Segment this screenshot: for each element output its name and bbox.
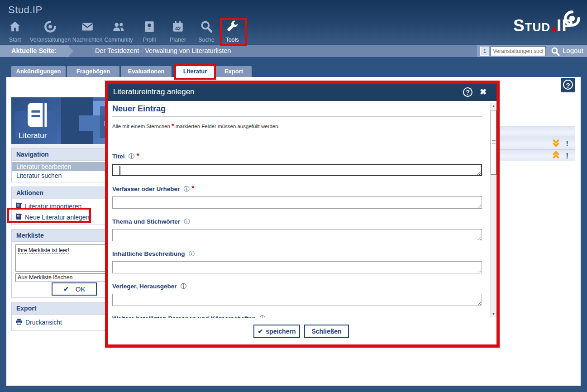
- breadcrumb-page-title: Der Testdozent - Verwaltung von Literatu…: [95, 47, 231, 54]
- field-beschreibung: Inhaltliche Beschreibung ⓘ: [112, 249, 482, 273]
- info-icon[interactable]: ⓘ: [184, 218, 190, 225]
- action-label: Druckansicht: [25, 319, 62, 326]
- required-marker: *: [191, 185, 194, 192]
- field-label: Verleger, Herausgeber: [112, 283, 177, 290]
- dialog-help-icon[interactable]: ?: [463, 87, 472, 97]
- action-label: Literatur importieren: [25, 203, 81, 210]
- save-label: speichern: [266, 328, 296, 335]
- course-search-input[interactable]: [491, 46, 546, 56]
- printer-icon: [15, 318, 23, 326]
- text-cursor: [119, 166, 120, 175]
- beschreibung-input[interactable]: [112, 261, 482, 273]
- info-icon[interactable]: ⓘ: [189, 250, 195, 257]
- dialog-scrollbar[interactable]: ▲ ▼: [490, 103, 496, 317]
- app-header: Stud.IP Start Veranstaltungen Nachrichte…: [0, 0, 587, 44]
- search-submit-icon[interactable]: [550, 47, 560, 58]
- required-marker: *: [136, 152, 139, 160]
- logo-red-dot: [552, 27, 556, 31]
- app-title: Stud.IP: [8, 4, 43, 16]
- help-icon: ?: [563, 80, 573, 90]
- field-thema: Thema und Stichwörter ⓘ: [112, 217, 482, 241]
- field-label: Inhaltliche Beschreibung: [112, 250, 185, 257]
- book-icon: [24, 101, 52, 133]
- titel-input[interactable]: [112, 164, 482, 176]
- dialog-title: Literatureintrag anlegen: [113, 87, 195, 96]
- form-heading: Neuer Eintrag: [112, 104, 166, 114]
- save-button[interactable]: ✔speichern: [253, 325, 300, 338]
- move-up-double-icon[interactable]: [552, 151, 560, 161]
- tab-evaluationen[interactable]: Evaluationen: [121, 66, 172, 77]
- tools-icon: [210, 20, 254, 35]
- field-label: Verfasser oder Urheber: [112, 186, 180, 192]
- dialog-titlebar[interactable]: Literatureintrag anlegen ? ✖: [108, 84, 496, 101]
- note-after: markierten Felder müssen ausgefüllt werd…: [176, 124, 280, 129]
- required-marker: *: [172, 122, 174, 129]
- nav-label: Tools: [210, 37, 254, 43]
- scrollbar-thumb[interactable]: [491, 110, 496, 175]
- search-counter: 1: [480, 47, 489, 56]
- book-add-icon: [15, 213, 22, 221]
- close-button[interactable]: Schließen: [304, 325, 349, 338]
- tab-export[interactable]: Export: [216, 66, 252, 77]
- logout-link[interactable]: Logout: [563, 47, 583, 54]
- breadcrumb-segment: Der Testdozent - Verwaltung von Literatu…: [69, 45, 477, 57]
- logo-text-part1: Stud: [513, 16, 550, 35]
- info-icon[interactable]: ⓘ: [181, 283, 186, 290]
- tab-frageboegen[interactable]: Fragebögen: [67, 66, 119, 77]
- field-verfasser: Verfasser oder Urheber ⓘ *: [112, 185, 482, 209]
- scroll-down-icon[interactable]: ▼: [491, 312, 496, 316]
- alert-mark: !: [566, 139, 568, 148]
- breadcrumb-bar: Der Testdozent - Verwaltung von Literatu…: [0, 45, 587, 57]
- verleger-input[interactable]: [112, 294, 482, 306]
- nav-tools[interactable]: Tools: [210, 20, 254, 43]
- dialog-button-row: ✔speichern Schließen: [108, 318, 496, 344]
- dialog-close-icon[interactable]: ✖: [480, 87, 487, 97]
- ok-label: OK: [76, 285, 86, 293]
- field-verleger: Verleger, Herausgeber ⓘ: [112, 282, 482, 306]
- breadcrumb-label: Aktuelle Seite:: [11, 47, 57, 54]
- scrollbar-grip: [492, 140, 496, 143]
- page-footer: [0, 386, 587, 392]
- tab-ankuendigungen[interactable]: Ankündigungen: [11, 66, 66, 77]
- action-label: Neue Literatur anlegen: [25, 214, 89, 221]
- field-titel: Titel ⓘ *: [112, 152, 482, 176]
- alert-mark: !: [566, 152, 568, 161]
- studip-logo: StudIP: [513, 16, 573, 35]
- literature-entry-dialog: Literatureintrag anlegen ? ✖ Neuer Eintr…: [105, 81, 500, 348]
- info-icon[interactable]: ⓘ: [260, 315, 266, 318]
- move-down-double-icon[interactable]: [552, 139, 560, 148]
- merkliste-ok-button[interactable]: ✔OK: [52, 282, 97, 296]
- field-weitere-personen: Weitere beteiligten Personen und Körpers…: [112, 314, 482, 318]
- dialog-body: Neuer Eintrag Alle mit einem Sternchen *…: [108, 101, 496, 318]
- sidebar-picture-label: Literatur: [19, 131, 47, 140]
- scroll-up-icon[interactable]: ▲: [491, 104, 496, 108]
- info-icon[interactable]: ⓘ: [184, 186, 190, 192]
- tab-literatur[interactable]: Literatur: [176, 66, 214, 78]
- logo-swirl-icon: [563, 9, 582, 30]
- field-label: Thema und Stichwörter: [112, 218, 180, 225]
- check-icon: ✔: [63, 285, 69, 293]
- verfasser-input[interactable]: [112, 196, 482, 209]
- field-label: Titel: [112, 153, 125, 160]
- page-help-button[interactable]: ?: [561, 78, 575, 92]
- field-label: Weitere beteiligten Personen und Körpers…: [112, 315, 256, 318]
- book-add-icon: [15, 202, 22, 210]
- note-before: Alle mit einem Sternchen: [112, 124, 170, 129]
- merkliste-empty-text: Ihre Merkliste ist leer!: [18, 247, 69, 254]
- heading-rule: [112, 116, 482, 117]
- thema-input[interactable]: [112, 229, 482, 241]
- page: Stud.IP Start Veranstaltungen Nachrichte…: [0, 0, 587, 392]
- info-icon[interactable]: ⓘ: [129, 153, 134, 160]
- check-icon: ✔: [258, 328, 263, 335]
- required-note: Alle mit einem Sternchen * markierten Fe…: [112, 122, 280, 129]
